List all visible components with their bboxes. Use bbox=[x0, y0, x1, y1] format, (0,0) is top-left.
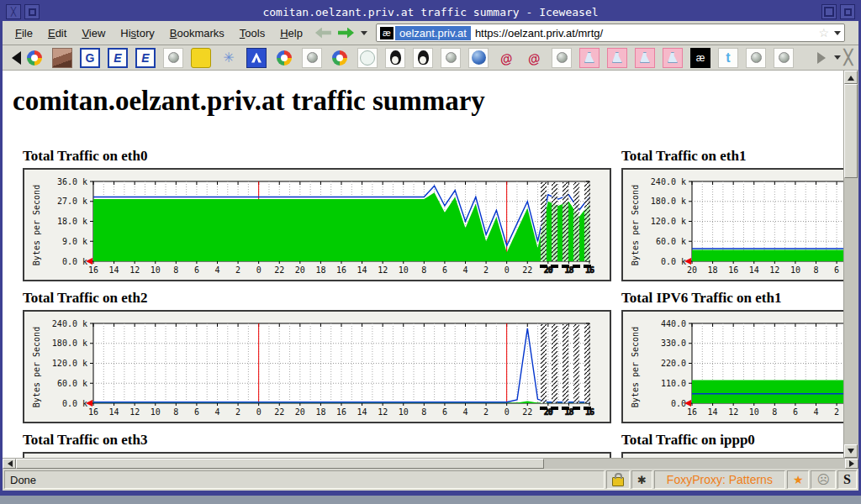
toolbar-close-icon[interactable]: ╳ bbox=[844, 49, 853, 66]
menu-history[interactable]: History bbox=[113, 24, 161, 43]
photo-bookmark-icon[interactable] bbox=[52, 48, 72, 68]
generic-page-bookmark-icon[interactable] bbox=[302, 48, 322, 68]
foxyproxy-icon-cell[interactable]: ★ bbox=[787, 470, 810, 489]
generic-page-bookmark-icon[interactable] bbox=[746, 48, 766, 68]
svg-text:10: 10 bbox=[399, 407, 409, 417]
window-titlebar[interactable]: ╳ comitan.oelzant.priv.at traffic summar… bbox=[3, 3, 858, 21]
noscript-cell[interactable]: S bbox=[837, 470, 857, 489]
tux-penguin-bookmark-icon[interactable] bbox=[385, 48, 405, 68]
status-bar: Done ✱ FoxyProxy: Patterns ★ ☹ S bbox=[3, 469, 858, 491]
security-lock-cell[interactable] bbox=[606, 470, 630, 489]
horizontal-scroll-thumb[interactable] bbox=[16, 459, 544, 469]
svg-text:240.0 k: 240.0 k bbox=[651, 177, 686, 186]
svg-text:16: 16 bbox=[728, 265, 738, 275]
window-title: comitan.oelzant.priv.at traffic summary … bbox=[41, 6, 820, 18]
small-square-icon bbox=[29, 8, 36, 16]
status-text: Done bbox=[4, 470, 605, 489]
url-text[interactable]: https://oelzant.priv.at/mrtg/ bbox=[471, 27, 819, 39]
traffic-graph[interactable]: Bytes per Second4.03.02.01.00.0161412108… bbox=[23, 452, 611, 458]
flask-glyph bbox=[640, 52, 650, 63]
menu-help[interactable]: Help bbox=[272, 24, 310, 43]
svg-text:16: 16 bbox=[336, 265, 346, 275]
toolbar-scroll-left-icon[interactable] bbox=[5, 51, 21, 65]
traffic-graph[interactable]: Bytes per Second36.0 k27.0 k18.0 k9.0 k0… bbox=[23, 168, 611, 281]
bookmark-star-icon[interactable]: ☆ bbox=[818, 26, 829, 39]
google-bookmark-icon[interactable] bbox=[274, 48, 294, 68]
menu-bookmarks[interactable]: Bookmarks bbox=[162, 24, 232, 43]
iconify-button[interactable] bbox=[840, 4, 855, 19]
toolbar-scroll-right-icon[interactable] bbox=[817, 52, 832, 64]
svg-text:12: 12 bbox=[378, 265, 388, 275]
traffic-graph[interactable]: Bytes per Second240.0 k180.0 k120.0 k60.… bbox=[23, 310, 611, 423]
graph-section: Total Traffic on eth0Bytes per Second36.… bbox=[23, 139, 611, 281]
moon-bookmark-icon[interactable] bbox=[357, 48, 378, 68]
menu-items: FileEditViewHistoryBookmarksToolsHelp bbox=[8, 24, 310, 43]
horizontal-scrollbar[interactable] bbox=[3, 458, 858, 469]
svg-text:10: 10 bbox=[399, 265, 409, 275]
svg-text:60.0 k: 60.0 k bbox=[57, 379, 87, 388]
menu-view[interactable]: View bbox=[74, 24, 113, 43]
adblock-cell[interactable]: ☹ bbox=[811, 470, 836, 489]
back-button[interactable] bbox=[315, 28, 331, 39]
generic-page-bookmark-icon[interactable] bbox=[774, 48, 794, 68]
tux-penguin-bookmark-icon[interactable] bbox=[413, 48, 433, 68]
svg-text:20: 20 bbox=[687, 265, 697, 275]
page-glyph bbox=[168, 52, 179, 63]
scroll-up-button[interactable] bbox=[844, 71, 858, 84]
generic-page-bookmark-icon[interactable] bbox=[163, 48, 183, 68]
foxyproxy-status[interactable]: FoxyProxy: Patterns bbox=[654, 470, 785, 489]
traffic-graph[interactable]: Bytes per Second440.0330.0220.0110.00.02… bbox=[621, 452, 846, 458]
iconify-icon bbox=[844, 8, 852, 16]
generic-page-bookmark-icon[interactable] bbox=[441, 48, 461, 68]
face-icon: ☹ bbox=[816, 472, 830, 487]
vertical-scroll-thumb[interactable] bbox=[844, 84, 858, 178]
window-options-button[interactable] bbox=[24, 4, 40, 19]
window-menu-button[interactable]: ╳ bbox=[6, 4, 21, 19]
graph-section: Total Traffic on eth3Bytes per Second4.0… bbox=[23, 423, 611, 458]
svg-text:22: 22 bbox=[274, 407, 284, 417]
flask-bookmark-icon[interactable] bbox=[663, 48, 683, 68]
scroll-right-button[interactable] bbox=[845, 459, 858, 469]
vertical-scrollbar[interactable] bbox=[843, 71, 858, 458]
flask-glyph bbox=[668, 52, 678, 63]
google-bookmark-icon[interactable] bbox=[24, 48, 45, 68]
traffic-graph-svg: 240.0 k180.0 k120.0 k60.0 k0.0 k20181614… bbox=[635, 171, 846, 278]
flask-bookmark-icon[interactable] bbox=[579, 48, 600, 68]
traffic-graph[interactable]: Bytes per Second440.0330.0220.0110.00.01… bbox=[621, 310, 846, 423]
graph-title: Total Traffic on eth2 bbox=[23, 289, 611, 307]
blue-square-bookmark-icon[interactable] bbox=[246, 48, 267, 68]
snowflake-bookmark-icon[interactable]: ✳ bbox=[219, 48, 239, 68]
flask-bookmark-icon[interactable] bbox=[607, 48, 627, 68]
globe-bookmark-icon[interactable] bbox=[468, 48, 489, 68]
debian-swirl-bookmark-icon[interactable]: @ bbox=[522, 48, 546, 68]
menu-edit[interactable]: Edit bbox=[40, 24, 74, 43]
graph-title: Total IPV6 Traffic on eth1 bbox=[621, 289, 846, 307]
google-bookmark-icon[interactable] bbox=[330, 48, 350, 68]
scroll-left-button[interactable] bbox=[3, 459, 16, 469]
url-bar[interactable]: æ oelzant.priv.at https://oelzant.priv.a… bbox=[376, 24, 845, 42]
debian-swirl-bookmark-icon[interactable]: @ bbox=[494, 48, 518, 68]
twitter-bookmark-icon[interactable]: t bbox=[718, 48, 738, 68]
url-dropdown-icon[interactable] bbox=[834, 31, 841, 39]
forward-button[interactable] bbox=[338, 28, 354, 39]
aoe-bookmark-icon[interactable]: æ bbox=[690, 48, 710, 68]
nav-buttons bbox=[315, 28, 367, 39]
svg-text:6: 6 bbox=[793, 407, 798, 417]
generic-page-bookmark-icon[interactable] bbox=[552, 48, 572, 68]
svg-text:4: 4 bbox=[214, 407, 219, 417]
traffic-graph[interactable]: Bytes per Second240.0 k180.0 k120.0 k60.… bbox=[621, 168, 846, 281]
maximize-button[interactable] bbox=[821, 4, 837, 19]
menu-file[interactable]: File bbox=[8, 24, 40, 43]
menu-tools[interactable]: Tools bbox=[232, 24, 272, 43]
flask-bookmark-icon[interactable] bbox=[635, 48, 655, 68]
letter-g-bookmark-icon[interactable]: G bbox=[80, 48, 100, 68]
history-dropdown-icon[interactable] bbox=[361, 31, 367, 39]
bug-cell[interactable]: ✱ bbox=[631, 470, 652, 489]
svg-text:110.0: 110.0 bbox=[661, 379, 686, 388]
folder-bookmark-icon[interactable] bbox=[191, 48, 211, 68]
letter-e-bookmark-icon[interactable]: E bbox=[108, 48, 128, 68]
scroll-down-button[interactable] bbox=[844, 444, 858, 458]
toolbar-overflow-icon[interactable] bbox=[834, 55, 841, 63]
letter-e-bookmark-icon[interactable]: E bbox=[135, 48, 156, 68]
svg-text:2: 2 bbox=[235, 407, 240, 417]
